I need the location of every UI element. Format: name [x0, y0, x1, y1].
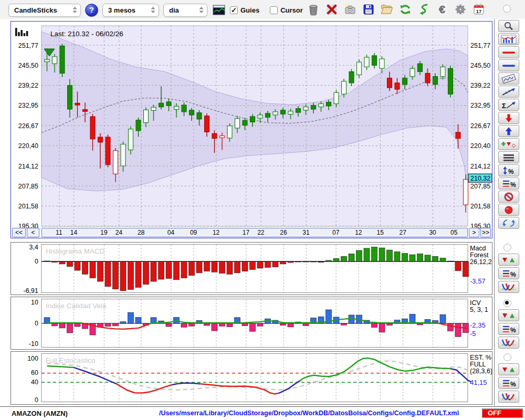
- svg-text:Histograma MACD: Histograma MACD: [46, 247, 105, 255]
- nav-prev-button[interactable]: <: [27, 228, 39, 237]
- trash-button[interactable]: [306, 2, 320, 17]
- mini-chart-button[interactable]: [212, 3, 226, 17]
- svg-text:201,58: 201,58: [18, 203, 38, 210]
- config-path: /Users/mserra/Library/CloudStorage/Dropb…: [159, 410, 459, 417]
- delete-button[interactable]: [324, 2, 339, 17]
- date-tick: 19: [100, 229, 107, 236]
- chevron-up-down-icon: [72, 6, 78, 14]
- svg-text:Full Estocastico: Full Estocastico: [46, 356, 96, 364]
- toolbar: CandleSticks ? 3 mesos dia ✓ Guies Curso…: [0, 0, 525, 19]
- guies-checkbox[interactable]: ✓: [230, 6, 238, 14]
- euro-button[interactable]: €: [435, 2, 449, 17]
- list-tool-button[interactable]: [498, 151, 519, 163]
- svg-text:207,85: 207,85: [18, 183, 38, 190]
- svg-text:%: %: [510, 181, 516, 188]
- calendar-button[interactable]: 17: [471, 2, 486, 17]
- date-tick: 17: [243, 229, 249, 236]
- magnifier-icon: [500, 22, 517, 31]
- settings-button[interactable]: [453, 2, 467, 17]
- icv-radio[interactable]: [503, 299, 511, 307]
- stochastic-radio[interactable]: [503, 353, 511, 361]
- sidebar-divider: [494, 19, 495, 406]
- candlestick-chart[interactable]: 251,77251,77245,50245,50239,22239,22232,…: [11, 22, 492, 238]
- stochastic-signals-button[interactable]: [498, 363, 519, 375]
- icv-percent-button[interactable]: %: [498, 323, 519, 335]
- period-select[interactable]: 3 mesos: [102, 4, 159, 17]
- nav-last-button[interactable]: >>: [480, 228, 491, 237]
- forbid-tool-button[interactable]: [498, 191, 519, 203]
- snapshot-button[interactable]: [343, 2, 357, 17]
- period-value: 3 mesos: [108, 6, 135, 14]
- svg-text:41,15: 41,15: [470, 379, 487, 386]
- red-down-arrow-icon: [500, 113, 517, 123]
- floppy-disk-icon: [362, 3, 375, 16]
- macd-histogram-chart[interactable]: Histograma MACD3,40-6,91MacdForest26,12,…: [11, 243, 492, 295]
- curves-icon: [500, 338, 517, 348]
- vertical-percent-tool-button[interactable]: %: [498, 164, 519, 176]
- icv-chart[interactable]: Indice Calidad Vela100-10ICV5, 3, 1-2,35…: [11, 297, 492, 349]
- zoom-tool-button[interactable]: [498, 20, 519, 32]
- lines-percent-icon: %: [500, 379, 517, 388]
- indicator-chart-button[interactable]: [498, 33, 519, 45]
- date-axis-strip[interactable]: 111419242804091217222631071215273005: [41, 228, 468, 237]
- svg-text:%: %: [510, 326, 516, 333]
- icv-curve-button[interactable]: [498, 337, 519, 349]
- svg-text:(28,3,6): (28,3,6): [470, 368, 492, 375]
- cursor-checkbox[interactable]: [270, 6, 278, 14]
- chart-type-value: CandleSticks: [14, 6, 57, 14]
- channel-tool-button[interactable]: [498, 72, 519, 85]
- nav-first-button[interactable]: <<: [12, 228, 26, 237]
- volume-style-icon: [20, 30, 23, 36]
- curves-icon: [500, 392, 517, 402]
- open-button[interactable]: [380, 2, 394, 17]
- stochastic-chart[interactable]: Full Estocastico10060400EST. %FULL(28,3,…: [11, 352, 492, 404]
- date-tick: 30: [429, 229, 436, 236]
- volume-style-icon: [18, 32, 20, 36]
- stochastic-curve-button[interactable]: [498, 391, 519, 403]
- blue-up-arrow-button[interactable]: [498, 125, 519, 137]
- tool-sidebar: Σ % % % %: [496, 0, 525, 420]
- svg-text:251,77: 251,77: [18, 42, 38, 49]
- swap-tool-button[interactable]: [498, 217, 519, 229]
- macd-percent-button[interactable]: %: [498, 267, 519, 279]
- macd-curve-button[interactable]: [498, 281, 519, 293]
- refresh-button[interactable]: [398, 2, 412, 17]
- date-tick: 24: [116, 229, 122, 236]
- chevron-up-down-icon: [150, 6, 156, 14]
- red-line-icon: [500, 48, 517, 57]
- blue-line-tool-button[interactable]: [498, 59, 519, 71]
- macd-signals-button[interactable]: [498, 254, 519, 266]
- svg-text:-5: -5: [470, 330, 476, 338]
- green-s-arrow-icon: [417, 3, 430, 16]
- delete-x-icon: [325, 3, 339, 16]
- blue-line-icon: [500, 61, 517, 70]
- off-button[interactable]: OFF: [482, 408, 523, 418]
- plus-arrow-diamond-icon: [500, 140, 517, 149]
- chart-type-select[interactable]: CandleSticks: [8, 4, 81, 17]
- macd-radio[interactable]: [503, 244, 511, 251]
- svg-text:Macd: Macd: [470, 245, 486, 252]
- help-button[interactable]: ?: [85, 4, 98, 17]
- undo-button[interactable]: [416, 2, 430, 17]
- svg-text:%: %: [510, 380, 516, 387]
- svg-text:3,4: 3,4: [29, 244, 38, 251]
- svg-text:Σ: Σ: [502, 102, 506, 110]
- trendline-tool-button[interactable]: [498, 86, 519, 98]
- add-signal-tool-button[interactable]: [498, 138, 519, 150]
- sigma-trendline-tool-button[interactable]: Σ: [498, 99, 519, 111]
- calendar-day: 17: [476, 8, 481, 14]
- red-line-tool-button[interactable]: [498, 46, 519, 58]
- icv-signals-button[interactable]: [498, 309, 519, 321]
- curves-icon: [500, 282, 517, 292]
- red-down-arrow-button[interactable]: [498, 112, 519, 124]
- nav-next-button[interactable]: >: [469, 228, 479, 237]
- save-button[interactable]: [361, 2, 375, 17]
- lines-percent-tool-button[interactable]: %: [498, 177, 519, 190]
- svg-text:239,22: 239,22: [470, 82, 490, 89]
- stochastic-percent-button[interactable]: %: [498, 377, 519, 389]
- svg-text:207,85: 207,85: [470, 183, 490, 190]
- interval-select[interactable]: dia: [163, 4, 207, 17]
- volume-style-icon: [26, 31, 28, 36]
- down-up-arrows-icon: [500, 255, 517, 265]
- record-tool-button[interactable]: [498, 204, 519, 216]
